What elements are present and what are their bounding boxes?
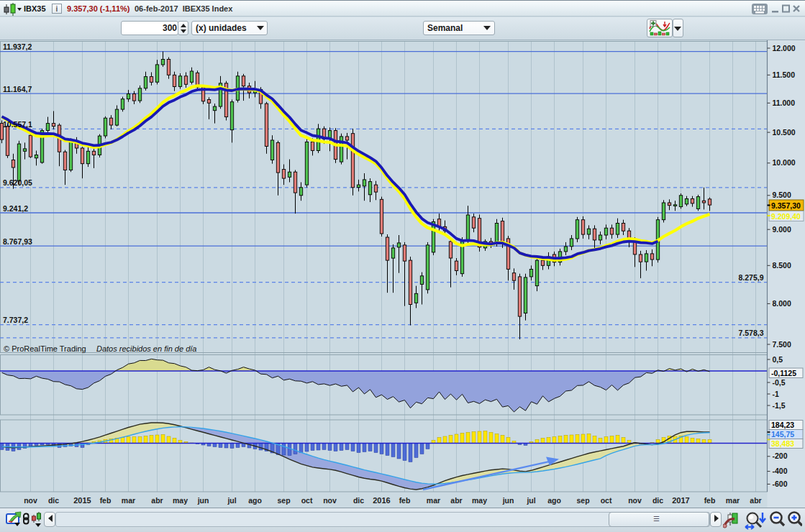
svg-text:-200: -200 <box>773 451 788 460</box>
svg-text:sep: sep <box>576 496 589 505</box>
svg-text:-0,5: -0,5 <box>773 378 786 387</box>
svg-text:38,483: 38,483 <box>771 439 794 448</box>
svg-text:dic: dic <box>353 496 364 505</box>
svg-text:dic: dic <box>652 496 663 505</box>
svg-text:8.275,9: 8.275,9 <box>738 273 763 282</box>
svg-text:2017: 2017 <box>672 496 689 505</box>
svg-text:nov: nov <box>24 496 37 505</box>
svg-text:abr: abr <box>750 496 761 505</box>
svg-text:© ProRealTime Trading: © ProRealTime Trading <box>4 344 86 353</box>
svg-text:-0,1125: -0,1125 <box>771 369 796 377</box>
svg-text:7.578,3: 7.578,3 <box>738 329 763 337</box>
svg-text:9.500: 9.500 <box>773 191 791 199</box>
svg-text:11.000: 11.000 <box>773 98 796 107</box>
svg-text:7.500: 7.500 <box>773 340 791 349</box>
svg-text:may: may <box>173 496 188 505</box>
svg-text:jun: jun <box>502 496 514 505</box>
svg-text:184,23: 184,23 <box>771 421 794 429</box>
svg-text:feb: feb <box>399 496 411 505</box>
svg-text:-400: -400 <box>773 467 788 475</box>
svg-text:jun: jun <box>197 496 209 505</box>
svg-text:2016: 2016 <box>373 496 390 505</box>
svg-text:10.000: 10.000 <box>773 158 796 167</box>
svg-text:jul: jul <box>526 496 535 505</box>
svg-text:sep: sep <box>277 496 290 505</box>
svg-text:9.209,40: 9.209,40 <box>771 212 801 221</box>
svg-text:9.620,05: 9.620,05 <box>3 178 32 187</box>
svg-text:8.767,93: 8.767,93 <box>3 237 32 246</box>
svg-text:feb: feb <box>100 496 112 505</box>
svg-text:oct: oct <box>301 496 313 505</box>
svg-text:ago: ago <box>547 496 561 505</box>
svg-text:feb: feb <box>704 496 716 505</box>
svg-text:145,75: 145,75 <box>771 430 794 439</box>
svg-text:jul: jul <box>227 496 236 505</box>
svg-text:12.000: 12.000 <box>773 44 796 52</box>
svg-text:8.500: 8.500 <box>773 261 791 270</box>
svg-text:oct: oct <box>601 496 612 505</box>
svg-text:mar: mar <box>427 496 440 505</box>
svg-text:-1,5: -1,5 <box>773 401 786 410</box>
svg-text:7.737,2: 7.737,2 <box>3 316 28 324</box>
svg-text:10.500: 10.500 <box>773 128 796 137</box>
svg-text:mar: mar <box>726 496 740 505</box>
svg-text:8.000: 8.000 <box>773 299 791 308</box>
svg-text:dic: dic <box>48 496 59 505</box>
svg-text:0,5: 0,5 <box>773 355 783 364</box>
svg-text:11.500: 11.500 <box>773 70 796 79</box>
svg-text:11.937,2: 11.937,2 <box>3 42 32 51</box>
svg-text:ago: ago <box>248 496 262 505</box>
svg-text:nov: nov <box>323 496 337 505</box>
svg-text:9.241,2: 9.241,2 <box>3 204 28 213</box>
svg-text:may: may <box>472 496 487 505</box>
svg-text:9.000: 9.000 <box>773 225 791 234</box>
svg-text:-1: -1 <box>773 390 779 398</box>
svg-text:nov: nov <box>628 496 642 505</box>
svg-text:2015: 2015 <box>73 496 91 505</box>
svg-text:Datos recibidos en fin de día: Datos recibidos en fin de día <box>96 344 196 353</box>
svg-text:11.164,7: 11.164,7 <box>3 85 32 93</box>
svg-text:abr: abr <box>151 496 163 505</box>
svg-text:9.357,30: 9.357,30 <box>771 201 801 210</box>
svg-text:10.557,1: 10.557,1 <box>3 120 32 129</box>
svg-text:-600: -600 <box>773 480 788 488</box>
svg-text:abr: abr <box>450 496 462 505</box>
svg-text:mar: mar <box>122 496 135 505</box>
